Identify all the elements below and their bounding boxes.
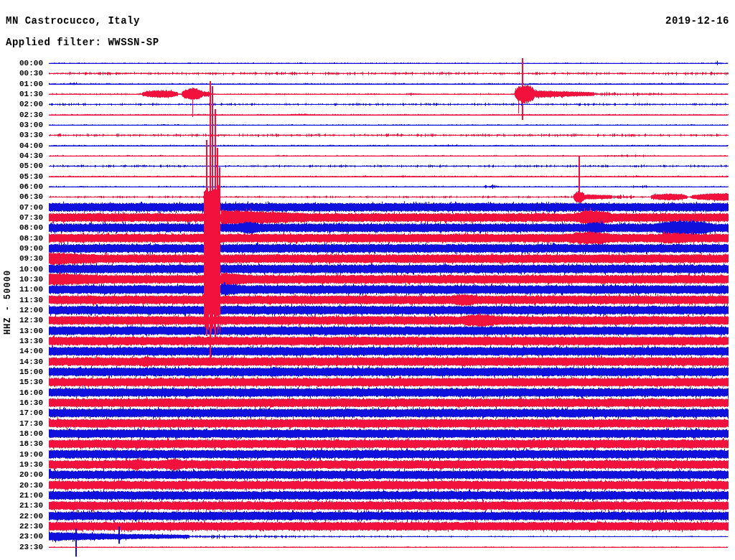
time-label: 06:30 — [0, 192, 43, 201]
time-label: 12:00 — [0, 306, 43, 314]
time-label: 08:00 — [0, 223, 43, 232]
time-label: 22:00 — [0, 512, 43, 521]
time-label: 13:00 — [0, 327, 43, 335]
time-label: 01:00 — [0, 80, 43, 88]
time-label: 12:30 — [0, 316, 43, 325]
time-label: 01:30 — [0, 90, 43, 98]
time-label: 21:00 — [0, 491, 43, 500]
time-label: 21:30 — [0, 501, 43, 510]
time-label: 16:00 — [0, 388, 43, 397]
time-label: 03:00 — [0, 121, 43, 129]
time-label: 17:30 — [0, 419, 43, 428]
time-label: 02:00 — [0, 100, 43, 108]
time-label: 14:30 — [0, 358, 43, 366]
time-label: 16:30 — [0, 398, 43, 407]
time-label: 18:30 — [0, 439, 43, 448]
time-label: 05:30 — [0, 172, 43, 181]
time-label: 04:30 — [0, 151, 43, 160]
time-label: 15:30 — [0, 378, 43, 386]
time-label: 14:00 — [0, 347, 43, 355]
time-label: 06:00 — [0, 182, 43, 191]
station-title: MN Castrocucco, Italy — [6, 15, 140, 27]
time-label: 09:30 — [0, 254, 43, 263]
time-label: 05:00 — [0, 162, 43, 170]
time-label: 03:30 — [0, 131, 43, 139]
time-label: 11:30 — [0, 296, 43, 304]
time-label: 23:30 — [0, 543, 43, 551]
time-label: 11:00 — [0, 285, 43, 294]
time-label: 15:00 — [0, 368, 43, 376]
time-label: 17:00 — [0, 409, 43, 417]
time-label: 20:30 — [0, 481, 43, 490]
time-label: 23:00 — [0, 532, 43, 541]
time-label: 10:30 — [0, 275, 43, 284]
time-label: 22:30 — [0, 522, 43, 531]
time-label: 19:00 — [0, 450, 43, 459]
time-label: 07:00 — [0, 203, 43, 212]
applied-filter-label: Applied filter: WWSSN-SP — [6, 37, 159, 48]
time-label: 04:00 — [0, 141, 43, 150]
time-label: 20:00 — [0, 470, 43, 479]
helicorder-page: MN Castrocucco, Italy Applied filter: WW… — [0, 0, 735, 560]
time-label: 09:00 — [0, 244, 43, 253]
time-label: 08:30 — [0, 234, 43, 243]
time-label: 18:00 — [0, 429, 43, 438]
time-label: 07:30 — [0, 213, 43, 222]
time-label: 00:30 — [0, 69, 43, 78]
time-label: 19:30 — [0, 460, 43, 469]
time-label: 00:00 — [0, 59, 43, 67]
time-label: 13:30 — [0, 337, 43, 345]
seismogram-canvas — [0, 0, 735, 560]
date-label: 2019-12-16 — [665, 15, 729, 27]
time-label: 10:00 — [0, 265, 43, 274]
time-label: 02:30 — [0, 111, 43, 119]
